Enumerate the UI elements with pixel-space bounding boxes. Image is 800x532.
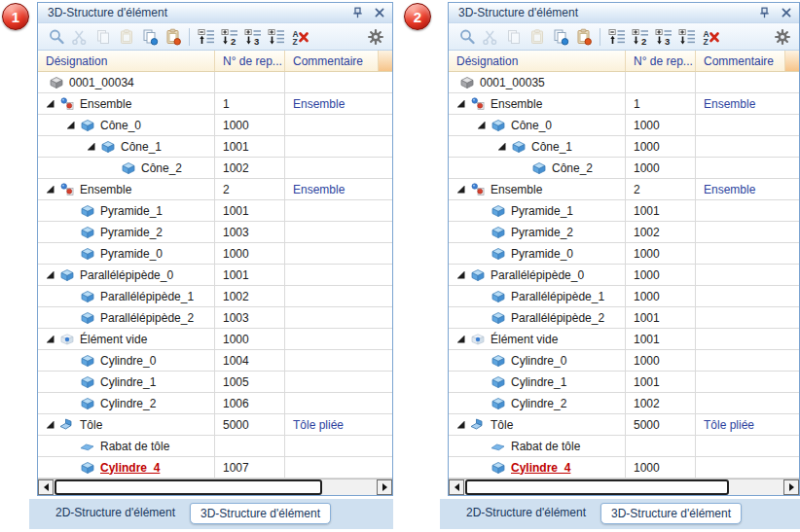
expand-all-levels-icon[interactable] [266,26,286,47]
pin-icon[interactable] [757,6,771,19]
table-row[interactable]: Pyramide_01000 [449,243,799,265]
table-row[interactable]: Ensemble2Ensemble [449,179,799,200]
expand-collapse-toggle[interactable] [453,100,469,108]
remove-sorting-icon[interactable]: AZ [289,26,309,47]
expand-collapse-toggle[interactable] [42,100,58,108]
tab-2d-structure[interactable]: 2D-Structure d'élément [456,503,596,524]
table-row[interactable]: Rabat de tôle [449,436,799,457]
expand-collapse-toggle[interactable] [42,336,58,343]
column-header-name[interactable]: Désignation [38,51,215,71]
search-icon[interactable] [456,26,477,47]
column-header-num[interactable]: N° de rep... [215,51,285,71]
expand-collapse-toggle[interactable] [473,122,490,129]
column-header-num[interactable]: N° de rep... [626,51,696,71]
paste-icon[interactable] [527,26,547,47]
table-row[interactable]: Cylindre_21006 [38,393,392,414]
search-icon[interactable] [46,26,66,47]
settings-gear-icon[interactable] [365,26,385,47]
collapse-structure-icon[interactable] [196,26,216,47]
table-row[interactable]: Élément vide1000 [38,329,392,350]
table-row[interactable]: Cône_01000 [38,115,392,136]
expand-collapse-toggle[interactable] [493,143,510,151]
table-row[interactable]: Pyramide_21003 [38,222,392,243]
expand-collapse-toggle[interactable] [42,186,58,194]
expand-to-level-3-icon[interactable]: 3 [653,26,673,47]
expand-collapse-toggle[interactable] [42,271,58,279]
expand-to-level-2-icon[interactable]: 2 [630,26,650,47]
close-icon[interactable] [373,6,386,19]
horizontal-scrollbar[interactable] [449,479,799,495]
table-row[interactable]: Parallélépipède_01000 [449,265,799,286]
table-row[interactable]: Ensemble1Ensemble [449,93,799,115]
table-row[interactable]: Ensemble1Ensemble [38,93,392,115]
expand-collapse-toggle[interactable] [453,186,469,194]
column-header-comment[interactable]: Commentaire [285,51,379,71]
table-row[interactable]: Pyramide_01000 [38,243,392,265]
copy-icon[interactable] [503,26,524,47]
column-header-name[interactable]: Désignation [449,51,626,71]
table-row[interactable]: 0001_00034 [38,72,392,93]
table-row[interactable]: Ensemble2Ensemble [38,179,392,200]
table-row[interactable]: Parallélépipède_11000 [449,286,799,307]
paste-with-id-icon[interactable] [573,26,594,47]
expand-to-level-2-icon[interactable]: 2 [219,26,239,47]
table-row[interactable]: Parallélépipède_01001 [38,265,392,286]
scroll-right-arrow[interactable] [377,479,392,495]
table-row[interactable]: Élément vide1001 [449,329,799,350]
copy-with-id-icon[interactable] [139,26,160,47]
table-row[interactable]: Cylindre_41000 [449,457,799,479]
expand-collapse-toggle[interactable] [42,421,58,429]
table-row[interactable]: 0001_00035 [449,72,799,93]
scrollbar-thumb[interactable] [465,479,729,495]
table-row[interactable]: Cylindre_11001 [449,372,799,393]
table-row[interactable]: Cylindre_11005 [38,372,392,393]
collapse-structure-icon[interactable] [606,26,627,47]
copy-icon[interactable] [92,26,113,47]
table-row[interactable]: Parallélépipède_21003 [38,307,392,329]
horizontal-scrollbar[interactable] [38,479,392,495]
table-row[interactable]: Parallélépipède_21001 [449,307,799,329]
table-row[interactable]: Cylindre_01004 [38,350,392,372]
cut-icon[interactable] [480,26,500,47]
tab-3d-structure[interactable]: 3D-Structure d'élément [600,503,742,524]
expand-to-level-3-icon[interactable]: 3 [242,26,263,47]
expand-all-levels-icon[interactable] [676,26,697,47]
table-row[interactable]: Pyramide_21002 [449,222,799,243]
table-row[interactable]: Cylindre_01000 [449,350,799,372]
scroll-left-arrow[interactable] [38,479,54,495]
tab-3d-structure[interactable]: 3D-Structure d'élément [190,503,331,524]
table-row[interactable]: Cylindre_21002 [449,393,799,414]
table-row[interactable]: Pyramide_11001 [449,200,799,222]
expand-collapse-toggle[interactable] [62,122,79,129]
expand-collapse-toggle[interactable] [453,421,469,429]
table-row[interactable]: Cône_11001 [38,136,392,158]
scroll-right-arrow[interactable] [783,479,799,495]
table-row[interactable]: Cône_11000 [449,136,799,158]
scroll-left-arrow[interactable] [449,479,464,495]
table-row[interactable]: Pyramide_11001 [38,200,392,222]
panel-titlebar[interactable]: 3D-Structure d'élément [449,3,799,23]
table-row[interactable]: Cône_21002 [38,158,392,179]
table-row[interactable]: Rabat de tôle [38,436,392,457]
tab-2d-structure[interactable]: 2D-Structure d'élément [46,503,185,524]
table-row[interactable]: Cône_21000 [449,158,799,179]
column-header-comment[interactable]: Commentaire [696,51,785,71]
expand-collapse-toggle[interactable] [453,271,469,279]
pin-icon[interactable] [350,6,364,19]
close-icon[interactable] [780,6,793,19]
expand-collapse-toggle[interactable] [453,336,469,343]
paste-icon[interactable] [116,26,136,47]
paste-with-id-icon[interactable] [163,26,183,47]
table-row[interactable]: Tôle5000Tôle pliée [38,414,392,436]
expand-collapse-toggle[interactable] [83,143,99,151]
table-row[interactable]: Cône_01000 [449,115,799,136]
cut-icon[interactable] [69,26,90,47]
remove-sorting-icon[interactable]: AZ [700,26,720,47]
panel-titlebar[interactable]: 3D-Structure d'élément [38,3,392,23]
copy-with-id-icon[interactable] [550,26,570,47]
table-row[interactable]: Parallélépipède_11002 [38,286,392,307]
table-row[interactable]: Cylindre_41007 [38,457,392,479]
table-row[interactable]: Tôle5000Tôle pliée [449,414,799,436]
settings-gear-icon[interactable] [772,26,792,47]
scrollbar-thumb[interactable] [55,479,322,495]
